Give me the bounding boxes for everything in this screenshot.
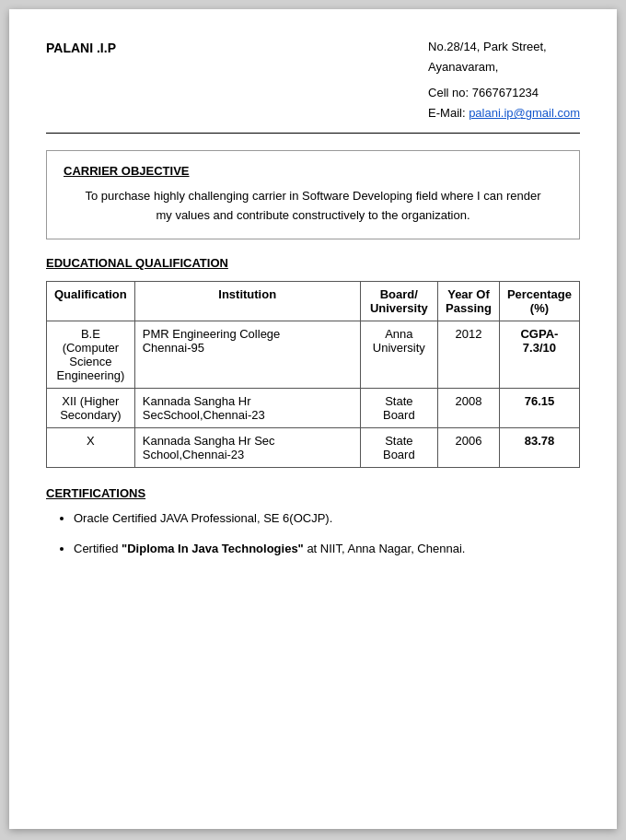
- col-board: Board/University: [360, 281, 437, 321]
- cell-year-3: 2006: [438, 427, 500, 467]
- address-line2: Ayanavaram,: [428, 57, 580, 77]
- cert-text-2-bold: "Diploma In Java Technologies": [122, 542, 304, 555]
- education-table: Qualification Institution Board/Universi…: [46, 281, 580, 468]
- carrier-objective-text: To purchase highly challenging carrier i…: [64, 187, 562, 226]
- cell-qualification-1: B.E(ComputerScienceEngineering): [47, 321, 135, 388]
- certifications-title: CERTIFICATIONS: [46, 486, 580, 500]
- carrier-objective-box: CARRIER OBJECTIVE To purchase highly cha…: [46, 150, 580, 239]
- header-section: PALANI .I.P No.28/14, Park Street, Ayana…: [46, 37, 580, 123]
- cert-text-1: Oracle Certified JAVA Professional, SE 6…: [74, 511, 332, 525]
- cell-board-1: AnnaUniversity: [360, 321, 437, 388]
- email-label: E-Mail:: [428, 106, 469, 120]
- col-qualification: Qualification: [47, 281, 135, 321]
- cell-percentage-1: CGPA-7.3/10: [499, 321, 579, 388]
- table-row: X Kannada Sangha Hr Sec School,Chennai-2…: [47, 427, 580, 467]
- cell-qualification-2: XII (HigherSecondary): [47, 388, 135, 427]
- education-title: EDUCATIONAL QUALIFICATION: [46, 256, 580, 270]
- email-link[interactable]: palani.ip@gmail.com: [469, 106, 580, 120]
- cell-percentage-2: 76.15: [499, 388, 579, 427]
- candidate-name: PALANI .I.P: [46, 41, 116, 55]
- cert-text-2-after: at NIIT, Anna Nagar, Chennai.: [304, 542, 466, 555]
- cell-number: Cell no: 7667671234: [428, 83, 580, 103]
- education-section: EDUCATIONAL QUALIFICATION Qualification …: [46, 256, 580, 468]
- address-line1: No.28/14, Park Street,: [428, 37, 580, 57]
- cell-qualification-3: X: [47, 427, 135, 467]
- col-percentage: Percentage(%): [499, 281, 579, 321]
- email-line: E-Mail: palani.ip@gmail.com: [428, 103, 580, 123]
- cell-year-1: 2012: [438, 321, 500, 388]
- resume-page: PALANI .I.P No.28/14, Park Street, Ayana…: [9, 9, 617, 829]
- list-item: Oracle Certified JAVA Professional, SE 6…: [74, 509, 580, 528]
- table-row: XII (HigherSecondary) Kannada Sangha Hr …: [47, 388, 580, 427]
- certifications-section: CERTIFICATIONS Oracle Certified JAVA Pro…: [46, 486, 580, 558]
- address-block: No.28/14, Park Street, Ayanavaram, Cell …: [428, 37, 580, 123]
- cell-board-2: State Board: [360, 388, 437, 427]
- cell-institution-3: Kannada Sangha Hr Sec School,Chennai-23: [134, 427, 360, 467]
- col-year: Year OfPassing: [438, 281, 500, 321]
- cell-institution-2: Kannada Sangha Hr SecSchool,Chennai-23: [134, 388, 360, 427]
- col-institution: Institution: [134, 281, 360, 321]
- table-header-row: Qualification Institution Board/Universi…: [47, 281, 580, 321]
- cert-text-2-before: Certified: [74, 542, 122, 555]
- cell-board-3: State Board: [360, 427, 437, 467]
- certifications-list: Oracle Certified JAVA Professional, SE 6…: [46, 509, 580, 558]
- carrier-objective-title: CARRIER OBJECTIVE: [64, 164, 562, 178]
- cell-percentage-3: 83.78: [499, 427, 579, 467]
- table-row: B.E(ComputerScienceEngineering) PMR Engi…: [47, 321, 580, 388]
- cell-year-2: 2008: [438, 388, 500, 427]
- header-divider: [46, 133, 580, 134]
- list-item: Certified "Diploma In Java Technologies"…: [74, 540, 580, 558]
- cell-institution-1: PMR Engineering CollegeChennai-95: [134, 321, 360, 388]
